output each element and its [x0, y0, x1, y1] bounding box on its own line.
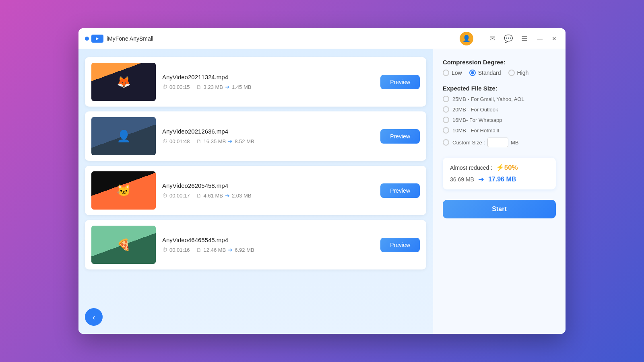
reduction-percent: ⚡50% — [494, 164, 518, 171]
video-duration: 00:01:16 — [169, 247, 190, 253]
radio-25mb — [443, 96, 449, 102]
file-icon: 🗋 — [196, 138, 202, 144]
video-name: AnyVideo26205458.mp4 — [162, 182, 374, 189]
video-info: AnyVideo20211324.mp4 ⏱ 00:00:15 🗋 3.23 M… — [162, 74, 374, 90]
video-size-before: 16.35 MB — [204, 138, 226, 144]
start-button[interactable]: Start — [443, 200, 556, 218]
video-duration: 00:00:15 — [169, 84, 190, 90]
menu-icon[interactable]: ☰ — [519, 33, 530, 44]
file-icon: 🗋 — [196, 193, 202, 199]
video-meta: ⏱ 00:00:15 🗋 3.23 MB ➜ 1.45 MB — [162, 84, 374, 90]
mail-icon[interactable]: ✉ — [487, 33, 498, 44]
app-title: iMyFone AnySmall — [107, 35, 153, 42]
radio-high — [508, 70, 515, 76]
expected-10mb[interactable]: 10MB - For Hotmaill — [443, 127, 556, 134]
video-thumbnail: 🍕 — [91, 226, 156, 264]
arrow-right-icon: ➜ — [225, 192, 230, 199]
expected-title: Expected File Size: — [443, 85, 556, 92]
custom-size-input[interactable] — [487, 138, 508, 147]
video-name: AnyVideo20212636.mp4 — [162, 128, 374, 135]
video-list: 🦊 AnyVideo20211324.mp4 ⏱ 00:00:15 🗋 3.23… — [78, 49, 433, 303]
radio-20mb — [443, 106, 449, 113]
titlebar: ▶ iMyFone AnySmall 👤 ✉ 💬 ☰ — ✕ — [78, 28, 566, 49]
video-meta: ⏱ 00:01:48 🗋 16.35 MB ➜ 8.52 MB — [162, 138, 374, 144]
right-panel: Compression Degree: Low Standard — [433, 49, 566, 334]
clock-icon: ⏱ — [162, 247, 167, 253]
video-size-before: 3.23 MB — [204, 84, 223, 90]
compression-high[interactable]: High — [508, 70, 529, 76]
compression-title: Compression Degree: — [443, 59, 556, 66]
chat-icon[interactable]: 💬 — [503, 33, 514, 44]
radio-low — [443, 70, 449, 76]
expected-section: Expected File Size: 25MB - For Gmail, Ya… — [443, 85, 556, 147]
video-name: AnyVideo46465545.mp4 — [162, 237, 374, 243]
size-arrow-icon: ➜ — [478, 175, 484, 184]
expected-16mb[interactable]: 16MB- For Whatsapp — [443, 117, 556, 123]
video-card: 🦊 AnyVideo20211324.mp4 ⏱ 00:00:15 🗋 3.23… — [85, 57, 426, 107]
video-size-before: 12.46 MB — [204, 247, 226, 253]
preview-button[interactable]: Preview — [380, 238, 420, 252]
radio-custom — [443, 139, 449, 146]
compression-section: Compression Degree: Low Standard — [443, 59, 556, 76]
expected-25mb[interactable]: 25MB - For Gmail, Yahoo, AOL — [443, 96, 556, 102]
preview-button[interactable]: Preview — [380, 183, 420, 198]
video-meta: ⏱ 00:01:16 🗋 12.46 MB ➜ 6.92 MB — [162, 247, 374, 253]
file-icon: 🗋 — [196, 247, 202, 253]
video-size-after: 6.92 MB — [235, 247, 254, 253]
compression-options: Low Standard High — [443, 70, 556, 76]
titlebar-actions: 👤 ✉ 💬 ☰ — ✕ — [460, 32, 559, 45]
clock-icon: ⏱ — [162, 84, 167, 90]
compression-standard[interactable]: Standard — [469, 70, 501, 76]
video-size-before: 4.61 MB — [204, 193, 223, 199]
clock-icon: ⏱ — [162, 193, 167, 199]
preview-button[interactable]: Preview — [380, 129, 420, 144]
video-name: AnyVideo20211324.mp4 — [162, 74, 374, 80]
video-info: AnyVideo20212636.mp4 ⏱ 00:01:48 🗋 16.35 … — [162, 128, 374, 144]
reduction-label: Almost reduced : ⚡50% — [450, 163, 549, 172]
video-card: 👤 AnyVideo20212636.mp4 ⏱ 00:01:48 🗋 16.3… — [85, 111, 426, 161]
minimize-button[interactable]: — — [535, 34, 545, 43]
logo-icon: ▶ — [91, 35, 103, 43]
file-icon: 🗋 — [196, 84, 202, 90]
preview-button[interactable]: Preview — [380, 75, 420, 89]
video-thumbnail: 👤 — [91, 117, 156, 155]
video-size-after: 8.52 MB — [235, 138, 254, 144]
arrow-right-icon: ➜ — [228, 138, 233, 144]
video-card: 🍕 AnyVideo46465545.mp4 ⏱ 00:01:16 🗋 12.4… — [85, 220, 426, 269]
video-duration: 00:00:17 — [169, 193, 190, 199]
compression-low[interactable]: Low — [443, 70, 462, 76]
user-avatar[interactable]: 👤 — [460, 32, 473, 45]
video-card: 🐱 AnyVideo26205458.mp4 ⏱ 00:00:17 🗋 4.61… — [85, 166, 426, 215]
arrow-right-icon: ➜ — [228, 247, 233, 253]
back-button[interactable]: ‹ — [85, 308, 103, 326]
radio-standard — [469, 70, 476, 76]
close-button[interactable]: ✕ — [549, 34, 559, 43]
reduction-sizes: 36.69 MB ➜ 17.96 MB — [450, 175, 549, 184]
expected-custom[interactable]: Custom Size : MB — [443, 138, 556, 147]
video-thumbnail: 🦊 — [91, 63, 156, 101]
left-column: 🦊 AnyVideo20211324.mp4 ⏱ 00:00:15 🗋 3.23… — [78, 49, 433, 334]
divider — [480, 34, 480, 43]
app-window: ▶ iMyFone AnySmall 👤 ✉ 💬 ☰ — ✕ 🦊 — [78, 28, 566, 334]
expected-20mb[interactable]: 20MB - For Outlook — [443, 106, 556, 113]
video-info: AnyVideo26205458.mp4 ⏱ 00:00:17 🗋 4.61 M… — [162, 182, 374, 199]
expected-options: 25MB - For Gmail, Yahoo, AOL 20MB - For … — [443, 96, 556, 147]
back-section: ‹ — [78, 303, 433, 334]
video-info: AnyVideo46465545.mp4 ⏱ 00:01:16 🗋 12.46 … — [162, 237, 374, 253]
clock-icon: ⏱ — [162, 138, 167, 144]
video-size-after: 1.45 MB — [232, 84, 251, 90]
video-meta: ⏱ 00:00:17 🗋 4.61 MB ➜ 2.03 MB — [162, 192, 374, 199]
arrow-right-icon: ➜ — [225, 84, 230, 90]
radio-10mb — [443, 127, 449, 134]
video-duration: 00:01:48 — [169, 138, 190, 144]
logo-dot — [85, 37, 89, 41]
app-logo: ▶ iMyFone AnySmall — [85, 35, 153, 43]
radio-16mb — [443, 117, 449, 123]
original-size: 36.69 MB — [450, 176, 474, 183]
reduction-box: Almost reduced : ⚡50% 36.69 MB ➜ 17.96 M… — [443, 158, 556, 189]
video-thumbnail: 🐱 — [91, 171, 156, 210]
main-content: 🦊 AnyVideo20211324.mp4 ⏱ 00:00:15 🗋 3.23… — [78, 49, 566, 334]
new-size: 17.96 MB — [488, 176, 516, 183]
video-size-after: 2.03 MB — [232, 193, 251, 199]
